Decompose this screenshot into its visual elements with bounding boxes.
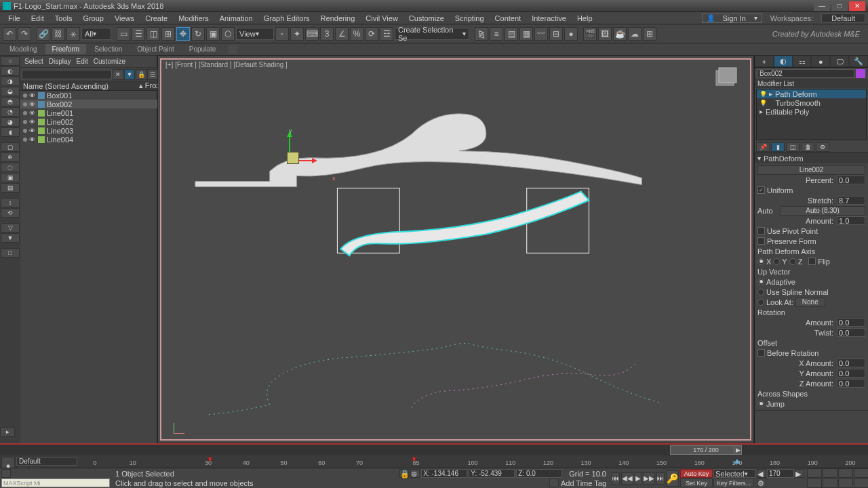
uniform-checkbox[interactable]: ✓ [757, 186, 765, 194]
curve-editor-icon[interactable]: 〰 [534, 27, 548, 41]
x-amount-spinner[interactable]: 0.0 [837, 359, 865, 367]
hierarchy-tab-icon[interactable]: ⚏ [793, 56, 812, 67]
menu-item[interactable]: Tools [50, 14, 78, 22]
object-color-swatch[interactable] [856, 69, 865, 78]
create-tab-icon[interactable]: + [755, 56, 774, 67]
menu-item[interactable]: Scripting [450, 14, 490, 22]
ribbon-toggle-icon[interactable] [228, 45, 237, 54]
scene-item[interactable]: 👁Line001 [20, 108, 171, 117]
script-icon[interactable] [1, 469, 11, 478]
flip-checkbox[interactable] [808, 258, 816, 265]
show-end-icon[interactable]: ▮ [771, 142, 785, 152]
move-icon[interactable]: ✥ [176, 27, 190, 41]
display-all-icon[interactable]: ▣ [1, 173, 20, 182]
ref-coord-dropdown[interactable]: View ▾ [236, 28, 274, 40]
pin-stack-icon[interactable]: 📌 [756, 142, 770, 152]
scene-item[interactable]: 👁Box002 [20, 100, 171, 108]
menu-item[interactable]: Customize [403, 14, 450, 22]
scene-tab-select[interactable]: Select [24, 58, 43, 65]
link-icon[interactable]: 🔗 [37, 27, 50, 41]
pivot-icon[interactable]: ▫ [275, 27, 289, 41]
edit-named-icon[interactable]: ☲ [380, 27, 393, 41]
window-cross-icon[interactable]: ⊞ [161, 27, 175, 41]
selection-filter[interactable]: All ▾ [81, 28, 111, 40]
lock-icon[interactable]: 🔒 [136, 69, 146, 80]
x-coord-field[interactable]: X: -134.146 [421, 469, 467, 478]
maxscript-listener[interactable]: MAXScript Mi [1, 479, 110, 487]
collapse-icon[interactable]: □ [1, 248, 20, 258]
splinenormal-radio[interactable] [757, 289, 764, 296]
menu-item[interactable]: Views [109, 14, 140, 22]
filter-icon[interactable]: ▽ [1, 223, 20, 232]
abs-rel-icon[interactable]: ⊕ [410, 469, 420, 478]
utilities-tab-icon[interactable]: 🔧 [849, 56, 868, 67]
walk-icon[interactable] [838, 479, 853, 488]
unique-icon[interactable]: ◫ [786, 142, 800, 152]
stretch-spinner[interactable]: 8.7 [837, 196, 865, 205]
rollout-header[interactable]: ▾ PathDeform [755, 153, 868, 163]
menu-item[interactable]: Edit [26, 14, 50, 22]
menu-item[interactable]: Modifiers [173, 14, 214, 22]
display-lights-icon[interactable]: ◒ [1, 87, 20, 96]
render-frame-icon[interactable]: 🖼 [598, 27, 612, 41]
expand-scene-icon[interactable]: ▸ [0, 427, 15, 436]
scene-item[interactable]: 👁Line003 [20, 126, 171, 135]
timeconfig-prev-icon[interactable]: ◀ [757, 469, 766, 478]
display-invert-icon[interactable]: ▤ [1, 183, 20, 192]
menu-item[interactable]: Civil View [360, 14, 403, 22]
axis-x-radio[interactable] [757, 258, 764, 265]
menu-item[interactable]: Create [140, 14, 173, 22]
redo-icon[interactable]: ↷ [18, 27, 31, 41]
scene-search-input[interactable] [22, 70, 112, 79]
angle-snap-icon[interactable]: ∠ [335, 27, 349, 41]
spline-pick-button[interactable]: Line002 [757, 165, 865, 175]
sync-icon[interactable]: ⟲ [1, 208, 20, 218]
display-bone-icon[interactable]: ◖ [1, 127, 20, 137]
zoom-icon[interactable] [807, 468, 822, 478]
menu-item[interactable]: File [3, 14, 26, 22]
bind-icon[interactable]: ⚹ [66, 27, 80, 41]
scene-item[interactable]: 👁Line004 [20, 135, 171, 144]
time-tag-icon[interactable] [549, 479, 559, 487]
time-config-icon[interactable]: ⚙ [757, 479, 766, 487]
fov-icon[interactable] [854, 468, 868, 478]
unlink-icon[interactable]: ⛓ [52, 27, 65, 41]
rot-amount-spinner[interactable]: 0.0 [837, 318, 865, 327]
menu-item[interactable]: Help [572, 14, 598, 22]
ribbon-tab-modeling[interactable]: Modeling [3, 44, 44, 54]
display-space-icon[interactable]: ◕ [1, 117, 20, 127]
sort-icon[interactable]: ↕ [1, 198, 20, 207]
menu-item[interactable]: Content [490, 14, 527, 22]
search-filter-icon[interactable]: ▼ [124, 69, 135, 80]
pan-icon[interactable] [807, 479, 822, 488]
display-hidden-icon[interactable]: ◌ [1, 163, 20, 172]
maximize-button[interactable]: □ [831, 1, 848, 11]
goto-start-icon[interactable]: ⏮ [612, 472, 620, 485]
place-icon[interactable]: ⬡ [221, 27, 235, 41]
pivot-checkbox[interactable] [757, 227, 765, 235]
next-frame-icon[interactable]: ▶▶ [643, 472, 655, 485]
modifier-item[interactable]: ▸ Editable Poly [757, 107, 866, 116]
time-next-icon[interactable]: ▶ [734, 445, 742, 455]
display-geo-icon[interactable]: ◐ [1, 66, 20, 76]
signin-button[interactable]: 👤 Sign In ▾ [702, 14, 762, 23]
preserve-checkbox[interactable] [757, 237, 765, 245]
time-ruler[interactable]: ● Default 0 10 30 40 50 60 70 85 100 110… [0, 455, 868, 468]
render-online-icon[interactable]: ☁ [628, 27, 642, 41]
ribbon-tab-freeform[interactable]: Freeform [45, 44, 87, 54]
display-shapes-icon[interactable]: ◑ [1, 77, 20, 86]
spinner-snap-icon[interactable]: ⟳ [365, 27, 378, 41]
setkey-button[interactable]: Set Key [680, 479, 713, 487]
select-name-icon[interactable]: ☰ [132, 27, 145, 41]
manipulate-icon[interactable]: ✦ [290, 27, 304, 41]
menu-item[interactable]: Graph Editors [258, 14, 315, 22]
keyboard-icon[interactable]: ⌨ [305, 27, 319, 41]
scene-tab-edit[interactable]: Edit [77, 58, 88, 65]
view-list-icon[interactable]: ☰ [147, 69, 158, 80]
minimize-button[interactable]: — [814, 1, 830, 11]
key-target-dropdown[interactable]: Selected ▾ [713, 469, 755, 478]
orbit-icon[interactable] [823, 479, 837, 488]
scale-icon[interactable]: ▣ [206, 27, 220, 41]
workspace-dropdown[interactable]: Default [821, 14, 865, 23]
y-coord-field[interactable]: Y: -52.439 [469, 469, 515, 478]
